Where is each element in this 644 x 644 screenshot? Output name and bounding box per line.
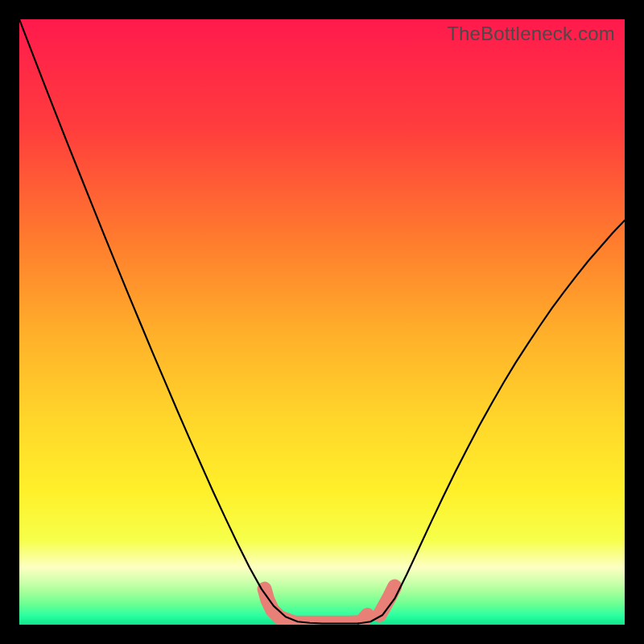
plot-area: TheBottleneck.com	[19, 19, 625, 625]
chart-frame: TheBottleneck.com	[0, 0, 644, 644]
bottleneck-chart	[19, 19, 625, 625]
gradient-background	[19, 19, 625, 625]
watermark-text: TheBottleneck.com	[447, 23, 615, 45]
